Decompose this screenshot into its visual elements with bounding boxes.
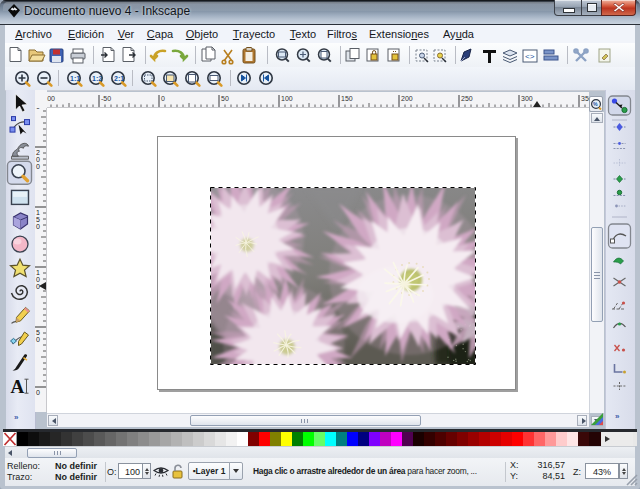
svg-text:5: 5 (36, 329, 40, 336)
svg-text:-50: -50 (101, 95, 111, 102)
svg-text:150: 150 (341, 95, 353, 102)
svg-text:0: 0 (36, 276, 40, 283)
svg-text:2:1: 2:1 (114, 75, 124, 82)
svg-text:0: 0 (36, 389, 40, 396)
svg-text:0: 0 (36, 283, 40, 290)
svg-text:1: 1 (36, 209, 40, 216)
svg-text:350: 350 (581, 95, 589, 102)
svg-text:<>: <> (525, 52, 535, 61)
svg-text:1:2: 1:2 (92, 75, 102, 82)
svg-text:»: » (14, 413, 19, 422)
svg-text:1:1: 1:1 (70, 75, 80, 82)
svg-text:1: 1 (36, 269, 40, 276)
svg-text:0: 0 (161, 95, 165, 102)
svg-text:»: » (615, 412, 620, 421)
svg-text:0: 0 (36, 336, 40, 343)
svg-text:0: 0 (36, 156, 40, 163)
svg-text:-100: -100 (47, 95, 55, 102)
svg-text:2: 2 (36, 149, 40, 156)
svg-text:0: 0 (36, 163, 40, 170)
svg-text:0: 0 (36, 223, 40, 230)
svg-text:%: % (593, 101, 598, 107)
svg-text:5: 5 (36, 216, 40, 223)
svg-text:0: 0 (36, 108, 40, 110)
svg-text:A: A (11, 376, 25, 397)
svg-text:300: 300 (521, 95, 533, 102)
svg-text:200: 200 (401, 95, 413, 102)
svg-text:100: 100 (281, 95, 293, 102)
svg-text:50: 50 (221, 95, 229, 102)
svg-text:250: 250 (461, 95, 473, 102)
